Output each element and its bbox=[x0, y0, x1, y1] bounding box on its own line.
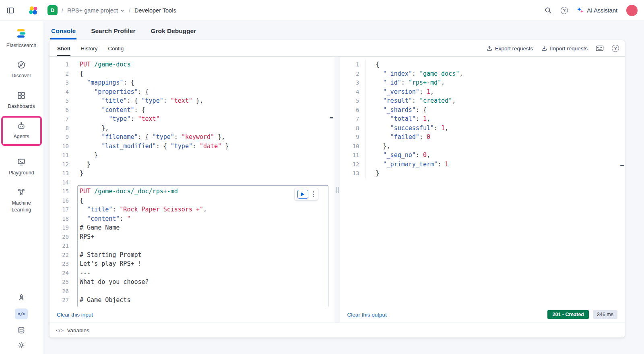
tab-console[interactable]: Console bbox=[50, 23, 76, 39]
line-number: 9 bbox=[340, 132, 359, 142]
nav-toggle-button[interactable] bbox=[6, 6, 14, 14]
code-line[interactable]: 7 "total": 1, bbox=[340, 114, 625, 124]
code-line[interactable]: 10 }, bbox=[340, 142, 625, 151]
import-requests-label: Import requests bbox=[550, 46, 588, 52]
devtools-main: Console Search Profiler Grok Debugger Sh… bbox=[43, 21, 644, 354]
output-footer: Clear this output 201 - Created 346 ms bbox=[340, 306, 625, 323]
clear-input-link[interactable]: Clear this input bbox=[57, 312, 93, 318]
line-number: 21 bbox=[50, 241, 69, 250]
sidebar-item-agents[interactable]: Agents bbox=[3, 121, 40, 140]
code-line[interactable]: 11 "_seq_no": 0, bbox=[340, 151, 625, 160]
line-number: 4 bbox=[340, 87, 359, 97]
code-line[interactable]: 4 "_version": 1, bbox=[340, 87, 625, 97]
breadcrumb-project[interactable]: RPS+ game project bbox=[67, 7, 125, 14]
console-help-icon: ? bbox=[612, 45, 619, 52]
import-requests-button[interactable]: Import requests bbox=[541, 45, 588, 52]
line-number: 23 bbox=[50, 259, 69, 269]
line-number: 11 bbox=[340, 151, 359, 160]
code-line[interactable]: 12 "_primary_term": 1 bbox=[340, 160, 625, 169]
code-line[interactable]: 8 }, bbox=[50, 124, 334, 133]
line-number: 3 bbox=[340, 78, 359, 87]
code-line[interactable]: 9 "failed": 0 bbox=[340, 132, 625, 142]
tab-grok-debugger[interactable]: Grok Debugger bbox=[150, 23, 197, 39]
variables-label: Variables bbox=[67, 327, 89, 333]
code-line[interactable]: 7 "type": "text" bbox=[50, 114, 334, 124]
import-icon bbox=[541, 45, 547, 52]
gear-icon bbox=[17, 341, 25, 349]
code-line[interactable]: 13} bbox=[340, 169, 625, 178]
machine-learning-icon bbox=[17, 188, 26, 197]
breadcrumb-page: Developer Tools bbox=[134, 7, 176, 14]
database-icon bbox=[17, 326, 25, 334]
sidebar-item-label: Agents bbox=[14, 133, 29, 140]
ai-assistant-button[interactable]: AI Assistant bbox=[577, 7, 617, 14]
code-line[interactable]: 3 "mappings": { bbox=[50, 78, 334, 87]
code-line[interactable]: 2{ bbox=[50, 69, 334, 79]
code-line[interactable]: 6 "_shards": { bbox=[340, 106, 625, 115]
breadcrumb-separator: / bbox=[129, 7, 130, 14]
help-button[interactable]: ? bbox=[561, 7, 568, 14]
code-line[interactable]: 6 "content": { bbox=[50, 106, 334, 115]
code-line[interactable]: 5 "title": { "type": "text" }, bbox=[50, 96, 334, 106]
line-number: 8 bbox=[50, 124, 69, 133]
space-badge[interactable]: D bbox=[47, 5, 58, 15]
console-help-button[interactable]: ? bbox=[612, 45, 619, 52]
help-icon: ? bbox=[561, 7, 568, 14]
variables-accordion[interactable]: </> Variables bbox=[50, 323, 625, 337]
console-output-pane: 1{2 "_index": "game-docs",3 "_id": "rps+… bbox=[340, 57, 625, 323]
settings-button[interactable] bbox=[17, 341, 25, 349]
clear-output-link[interactable]: Clear this output bbox=[347, 312, 387, 318]
sidebar-item-playground[interactable]: Playground bbox=[0, 157, 43, 176]
subtab-history[interactable]: History bbox=[80, 41, 98, 56]
code-line[interactable]: 2 "_index": "game-docs", bbox=[340, 69, 625, 79]
request-menu-button[interactable] bbox=[312, 190, 315, 198]
breadcrumb-separator: / bbox=[62, 7, 63, 14]
console-output-editor[interactable]: 1{2 "_index": "game-docs",3 "_id": "rps+… bbox=[340, 57, 625, 306]
devtools-code-button[interactable]: </> bbox=[15, 308, 28, 319]
code-line[interactable]: 4 "properties": { bbox=[50, 87, 334, 97]
console-input-editor[interactable]: 1PUT /game-docs2{3 "mappings": {4 "prope… bbox=[50, 57, 334, 306]
search-button[interactable] bbox=[544, 6, 552, 14]
agents-icon bbox=[17, 121, 26, 130]
export-requests-button[interactable]: Export requests bbox=[486, 45, 533, 52]
code-line[interactable]: 11 } bbox=[50, 151, 334, 160]
console-panel-header: Shell History Config Export requests bbox=[50, 40, 625, 57]
send-request-button[interactable] bbox=[297, 190, 308, 199]
code-line[interactable]: 12 } bbox=[50, 160, 334, 169]
response-status-badge: 201 - Created bbox=[547, 310, 589, 319]
code-line[interactable]: 13} bbox=[50, 169, 334, 178]
sidebar-item-discover[interactable]: Discover bbox=[0, 60, 43, 79]
code-line[interactable]: 3 "_id": "rps+-md", bbox=[340, 78, 625, 87]
sidebar-bottom-icons: </> bbox=[15, 290, 28, 349]
panel-resize-toggle-right[interactable] bbox=[620, 165, 624, 166]
devtools-tabs: Console Search Profiler Grok Debugger bbox=[50, 21, 625, 39]
export-requests-label: Export requests bbox=[495, 46, 533, 52]
line-number: 10 bbox=[50, 142, 69, 151]
sidebar-item-dashboards[interactable]: Dashboards bbox=[0, 91, 43, 110]
code-icon: </> bbox=[56, 328, 63, 333]
code-line[interactable]: 1PUT /game-docs bbox=[50, 60, 334, 69]
code-line[interactable]: 1{ bbox=[340, 60, 625, 69]
editor-splitter[interactable] bbox=[334, 57, 340, 323]
playground-icon bbox=[17, 157, 26, 166]
sidebar-item-machine-learning[interactable]: Machine Learning bbox=[0, 188, 43, 213]
line-number: 2 bbox=[340, 69, 359, 79]
code-line[interactable]: 8 "successful": 1, bbox=[340, 124, 625, 133]
code-line[interactable]: 5 "result": "created", bbox=[340, 96, 625, 106]
rocket-button[interactable] bbox=[17, 294, 25, 302]
subtab-shell[interactable]: Shell bbox=[57, 41, 70, 56]
line-number: 8 bbox=[340, 124, 359, 133]
shortcuts-button[interactable] bbox=[596, 45, 604, 52]
console-panel: Shell History Config Export requests bbox=[50, 40, 625, 337]
panel-resize-toggle-left[interactable] bbox=[330, 117, 333, 118]
code-line[interactable]: 9 "filename": { "type": "keyword" }, bbox=[50, 132, 334, 142]
sidebar-product[interactable]: Elasticsearch bbox=[6, 27, 36, 49]
user-avatar[interactable] bbox=[626, 5, 638, 16]
tab-search-profiler[interactable]: Search Profiler bbox=[90, 23, 136, 39]
database-button[interactable] bbox=[17, 326, 25, 334]
line-number: 1 bbox=[50, 60, 69, 69]
elastic-logo[interactable] bbox=[28, 5, 39, 16]
line-number: 14 bbox=[50, 178, 69, 187]
code-line[interactable]: 10 "last_modified": { "type": "date" } bbox=[50, 142, 334, 151]
subtab-config[interactable]: Config bbox=[107, 41, 124, 56]
